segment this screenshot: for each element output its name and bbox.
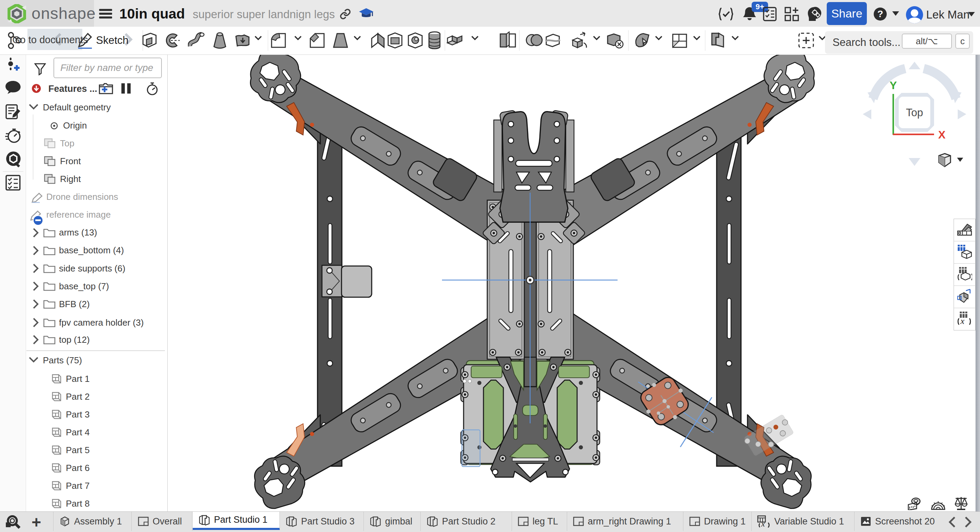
svg-text:x: x xyxy=(761,519,765,527)
svg-text:Y: Y xyxy=(889,79,897,92)
svg-text:X: X xyxy=(938,129,946,141)
svg-text:Top: Top xyxy=(906,106,923,119)
svg-text:x: x xyxy=(960,316,964,326)
